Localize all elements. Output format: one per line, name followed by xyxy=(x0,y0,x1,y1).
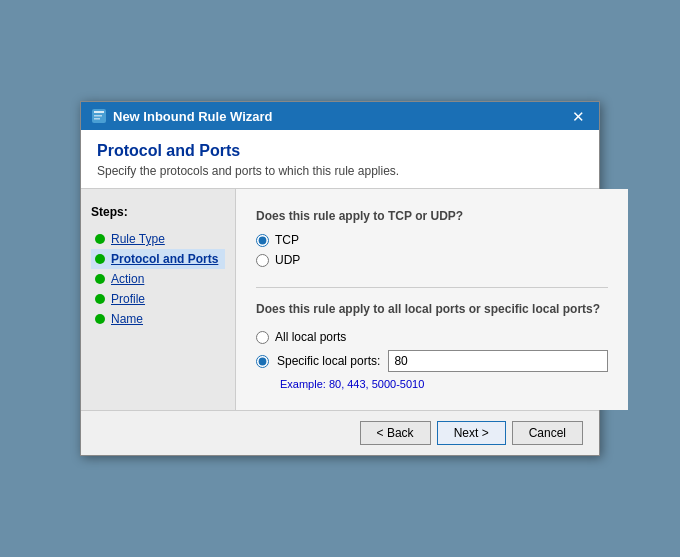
step-label-protocol-ports: Protocol and Ports xyxy=(111,252,218,266)
protocol-question: Does this rule apply to TCP or UDP? xyxy=(256,209,608,223)
page-subtitle: Specify the protocols and ports to which… xyxy=(97,164,583,178)
protocol-radio-group: TCP UDP xyxy=(256,233,608,267)
next-button[interactable]: Next > xyxy=(437,421,506,445)
sidebar-item-protocol-ports[interactable]: Protocol and Ports xyxy=(91,249,225,269)
udp-label[interactable]: UDP xyxy=(275,253,300,267)
all-ports-option: All local ports xyxy=(256,330,608,344)
main-content: Does this rule apply to TCP or UDP? TCP … xyxy=(236,189,628,410)
sidebar-item-profile[interactable]: Profile xyxy=(91,289,225,309)
dialog-footer: < Back Next > Cancel xyxy=(81,410,599,455)
step-label-profile: Profile xyxy=(111,292,145,306)
ports-input[interactable] xyxy=(388,350,608,372)
dialog-body: Steps: Rule Type Protocol and Ports Acti… xyxy=(81,189,599,410)
step-dot-name xyxy=(95,314,105,324)
sidebar-item-action[interactable]: Action xyxy=(91,269,225,289)
step-dot-protocol-ports xyxy=(95,254,105,264)
dialog-header: Protocol and Ports Specify the protocols… xyxy=(81,130,599,189)
specific-ports-radio[interactable] xyxy=(256,355,269,368)
svg-rect-1 xyxy=(94,111,104,113)
ports-example: Example: 80, 443, 5000-5010 xyxy=(280,378,608,390)
step-dot-rule-type xyxy=(95,234,105,244)
sidebar-item-rule-type[interactable]: Rule Type xyxy=(91,229,225,249)
wizard-icon xyxy=(91,108,107,124)
svg-rect-3 xyxy=(94,118,100,120)
steps-label: Steps: xyxy=(91,205,225,219)
svg-rect-2 xyxy=(94,115,102,117)
specific-ports-row: Specific local ports: xyxy=(256,350,608,372)
tcp-label[interactable]: TCP xyxy=(275,233,299,247)
section-divider xyxy=(256,287,608,288)
ports-question: Does this rule apply to all local ports … xyxy=(256,302,608,316)
all-ports-label[interactable]: All local ports xyxy=(275,330,346,344)
udp-radio[interactable] xyxy=(256,254,269,267)
title-bar-left: New Inbound Rule Wizard xyxy=(91,108,273,124)
new-inbound-rule-wizard: New Inbound Rule Wizard ✕ Protocol and P… xyxy=(80,101,600,456)
steps-panel: Steps: Rule Type Protocol and Ports Acti… xyxy=(81,189,236,410)
page-title: Protocol and Ports xyxy=(97,142,583,160)
step-dot-profile xyxy=(95,294,105,304)
all-ports-radio[interactable] xyxy=(256,331,269,344)
specific-ports-label[interactable]: Specific local ports: xyxy=(277,354,380,368)
ports-section: All local ports Specific local ports: Ex… xyxy=(256,330,608,390)
step-dot-action xyxy=(95,274,105,284)
cancel-button[interactable]: Cancel xyxy=(512,421,583,445)
tcp-radio[interactable] xyxy=(256,234,269,247)
back-button[interactable]: < Back xyxy=(360,421,431,445)
tcp-option: TCP xyxy=(256,233,608,247)
title-bar: New Inbound Rule Wizard ✕ xyxy=(81,102,599,130)
window-title: New Inbound Rule Wizard xyxy=(113,109,273,124)
close-button[interactable]: ✕ xyxy=(568,109,589,124)
udp-option: UDP xyxy=(256,253,608,267)
step-label-rule-type: Rule Type xyxy=(111,232,165,246)
step-label-action: Action xyxy=(111,272,144,286)
sidebar-item-name[interactable]: Name xyxy=(91,309,225,329)
step-label-name: Name xyxy=(111,312,143,326)
